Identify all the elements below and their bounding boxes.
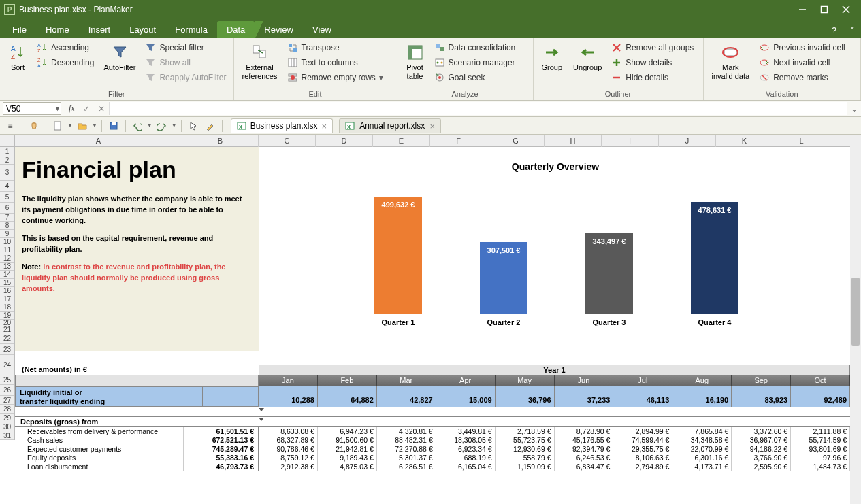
tab-insert[interactable]: Insert (79, 21, 120, 38)
tab-file[interactable]: File (3, 21, 36, 38)
column-header[interactable]: I (602, 135, 659, 147)
row-header[interactable]: 12 (0, 254, 14, 263)
show-all-button[interactable]: Show all (142, 55, 229, 70)
column-header[interactable]: F (430, 135, 487, 147)
reapply-autofilter-button[interactable]: Reapply AutoFilter (142, 70, 229, 85)
group-button[interactable]: Group (538, 40, 567, 75)
maximize-button[interactable] (813, 0, 835, 19)
row-header[interactable]: 1 (0, 147, 14, 156)
column-header[interactable]: D (316, 135, 373, 147)
doctab-business-plan[interactable]: x Business plan.xlsx × (231, 118, 333, 133)
hide-details-button[interactable]: Hide details (608, 70, 696, 85)
remove-empty-rows-button[interactable]: Remove empty rows ▾ (285, 70, 386, 85)
row-header[interactable]: 17 (0, 295, 14, 303)
collapse-triangle-icon[interactable] (259, 408, 264, 411)
row-header[interactable]: 9 (0, 230, 14, 238)
open-button[interactable] (75, 118, 90, 133)
select-all-corner[interactable] (0, 135, 15, 147)
row-header[interactable]: 31 (0, 431, 14, 440)
spreadsheet-grid[interactable]: ABCDEFGHIJKL 123456789101112131415161718… (0, 135, 861, 504)
column-headers[interactable]: ABCDEFGHIJKL (15, 135, 861, 147)
doctab-annual-report[interactable]: x Annual report.xlsx × (339, 118, 441, 133)
pointer-button[interactable] (186, 118, 201, 133)
expand-formula-bar-button[interactable]: ⌄ (847, 104, 861, 114)
row-header[interactable]: 2 (0, 156, 14, 165)
close-tab-button[interactable]: × (321, 121, 327, 131)
row-header[interactable]: 25 (0, 375, 14, 385)
row-header[interactable]: 28 (0, 405, 14, 414)
autofilter-button[interactable]: AutoFilter (99, 40, 140, 75)
ungroup-button[interactable]: Ungroup (569, 40, 606, 75)
row-header[interactable]: 21 (0, 326, 14, 333)
descending-button[interactable]: ZADescending (34, 55, 97, 70)
tab-data[interactable]: Data (217, 21, 255, 38)
save-button[interactable] (106, 118, 121, 133)
column-header[interactable]: C (259, 135, 316, 147)
menu-icon[interactable]: ≡ (3, 118, 18, 133)
prev-invalid-button[interactable]: Previous invalid cell (756, 40, 847, 55)
collapse-triangle-icon[interactable] (259, 418, 264, 421)
remove-all-groups-button[interactable]: Remove all groups (608, 40, 696, 55)
minimize-button[interactable] (792, 0, 813, 19)
mark-invalid-button[interactable]: Mark invalid data (708, 40, 754, 84)
row-header[interactable]: 15 (0, 279, 14, 287)
row-header[interactable]: 16 (0, 287, 14, 295)
close-tab-button[interactable]: × (429, 121, 435, 131)
hand-tool-button[interactable] (27, 118, 42, 133)
row-header[interactable]: 6 (0, 203, 14, 214)
column-header[interactable]: K (716, 135, 773, 147)
tab-home[interactable]: Home (36, 21, 79, 38)
next-invalid-button[interactable]: Next invalid cell (756, 55, 847, 70)
row-header[interactable]: 30 (0, 422, 14, 431)
row-header[interactable]: 14 (0, 271, 14, 279)
tab-formula[interactable]: Formula (165, 21, 217, 38)
accept-formula-button[interactable]: ✓ (79, 104, 94, 114)
remove-marks-button[interactable]: Remove marks (756, 70, 847, 85)
column-header[interactable]: J (659, 135, 716, 147)
row-header[interactable]: 26 (0, 385, 14, 396)
row-header[interactable]: 4 (0, 181, 14, 192)
help-button[interactable]: ? (825, 23, 843, 38)
fx-label[interactable]: fx (65, 103, 79, 114)
row-header[interactable]: 27 (0, 396, 14, 405)
undo-button[interactable] (130, 118, 145, 133)
data-consolidation-button[interactable]: Data consolidation (432, 40, 519, 55)
special-filter-button[interactable]: Special filter (142, 40, 229, 55)
transpose-button[interactable]: Transpose (285, 40, 386, 55)
row-header[interactable]: 24 (0, 355, 14, 375)
ascending-button[interactable]: AZAscending (34, 40, 97, 55)
row-header[interactable]: 3 (0, 165, 14, 181)
sort-button[interactable]: AZ Sort (4, 40, 31, 75)
row-header[interactable]: 7 (0, 214, 14, 222)
close-button[interactable] (835, 0, 857, 19)
chart-area[interactable]: Quarterly Overview 499,632 €Quarter 1307… (259, 147, 850, 351)
column-header[interactable]: E (373, 135, 430, 147)
row-headers[interactable]: 1234567891011121314151617181920212223242… (0, 147, 15, 440)
row-header[interactable]: 13 (0, 263, 14, 271)
column-header[interactable]: L (773, 135, 830, 147)
redo-button[interactable] (155, 118, 169, 133)
scenario-manager-button[interactable]: Scenario manager (432, 55, 519, 70)
column-header[interactable]: G (487, 135, 545, 147)
row-header[interactable]: 23 (0, 344, 14, 355)
vertical-scrollbar[interactable] (850, 135, 861, 504)
scrollbar-thumb[interactable] (851, 278, 860, 346)
row-header[interactable]: 8 (0, 222, 14, 230)
sheet-canvas[interactable]: Financial plan The liquidity plan shows … (15, 147, 861, 504)
tab-view[interactable]: View (303, 21, 341, 38)
goal-seek-button[interactable]: Goal seek (432, 70, 519, 85)
row-header[interactable]: 10 (0, 238, 14, 246)
row-header[interactable]: 11 (0, 246, 14, 254)
column-header[interactable]: B (182, 135, 259, 147)
pivot-table-button[interactable]: Pivot table (402, 40, 429, 84)
format-painter-button[interactable] (203, 118, 218, 133)
cancel-formula-button[interactable]: ✕ (94, 104, 109, 114)
collapse-ribbon-button[interactable]: ˅ (843, 23, 861, 38)
formula-input[interactable] (109, 102, 847, 115)
text-to-columns-button[interactable]: Text to columns (285, 55, 386, 70)
row-header[interactable]: 5 (0, 192, 14, 203)
row-header[interactable]: 22 (0, 333, 14, 344)
column-header[interactable]: H (545, 135, 602, 147)
cell-reference-input[interactable] (3, 102, 61, 115)
new-button[interactable] (50, 118, 65, 133)
